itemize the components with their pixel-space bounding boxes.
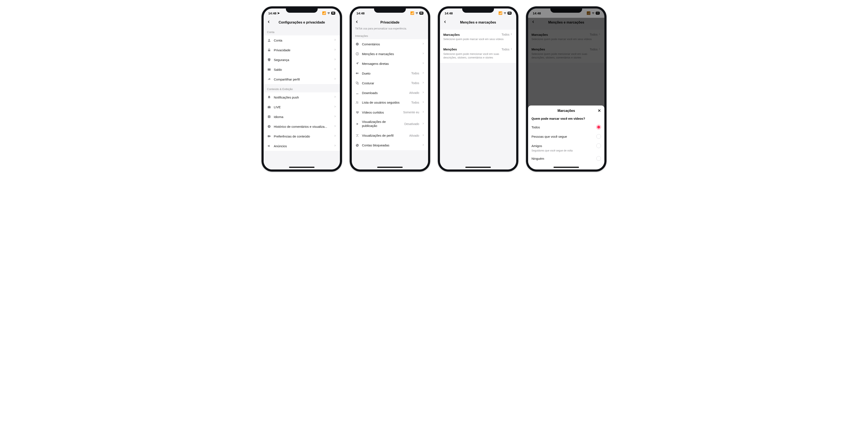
signal-icon: 📶 <box>410 11 414 15</box>
row-live[interactable]: LIVE <box>264 102 340 112</box>
row-label: Downloads <box>362 91 407 95</box>
phone-frame: 14:48 ➤ 📶 66 Configurações e privacidade… <box>261 6 342 172</box>
row-conta[interactable]: Conta <box>264 35 340 45</box>
bell-icon <box>267 95 271 99</box>
lock-icon <box>267 48 271 52</box>
sheet-option[interactable]: Ninguém <box>528 154 604 163</box>
video-icon <box>267 134 271 138</box>
back-button[interactable] <box>443 20 447 25</box>
row-compartilhar[interactable]: Compartilhar perfil <box>264 74 340 84</box>
row-interaction[interactable]: Visualizações de perfil Ativado <box>352 131 428 140</box>
wallet-icon <box>267 67 271 72</box>
radio-button[interactable] <box>596 143 601 148</box>
sheet-question: Quem pode marcar você em vídeos? <box>528 116 604 123</box>
row-interaction[interactable]: Vídeos curtidos Somente eu <box>352 107 428 117</box>
wifi-icon <box>327 11 330 15</box>
nav-header: Configurações e privacidade <box>264 18 340 27</box>
chevron-right-icon <box>334 105 337 109</box>
row-historico[interactable]: Histórico de comentários e visualiza... <box>264 122 340 131</box>
content[interactable]: Conta Conta Privacidade Segurança <box>264 27 340 169</box>
screen: 14:48 📶 66 Menções e marcações Marcações… <box>528 8 604 169</box>
home-indicator[interactable] <box>289 167 314 168</box>
back-button[interactable] <box>355 20 359 25</box>
row-interaction[interactable]: Visualizações de publicação Desativado <box>352 117 428 131</box>
row-idioma[interactable]: A Idioma <box>264 112 340 122</box>
setting-item[interactable]: Marcações Todos Selecione quem pode marc… <box>440 30 516 44</box>
row-value: Todos <box>411 72 419 75</box>
setting-item[interactable]: Menções Todos Selecione quem pode mencio… <box>440 44 516 63</box>
row-interaction[interactable]: Comentários <box>352 39 428 49</box>
chevron-right-icon <box>510 47 513 51</box>
row-interaction[interactable]: @ Menções e marcações <box>352 49 428 59</box>
radio-button[interactable] <box>596 156 601 161</box>
sheet-title: Marcações <box>558 109 575 113</box>
close-button[interactable] <box>597 108 601 114</box>
section-interactions: Comentários @ Menções e marcações Mensag… <box>352 39 428 150</box>
svg-point-0 <box>269 39 270 40</box>
battery-icon: 66 <box>507 12 512 14</box>
row-interaction[interactable]: Dueto Todos <box>352 68 428 78</box>
chevron-right-icon <box>334 38 337 42</box>
svg-point-21 <box>357 134 358 135</box>
row-icon: @ <box>355 52 360 56</box>
home-indicator[interactable] <box>377 167 403 168</box>
setting-value: Todos <box>502 48 509 51</box>
section-header-interactions: Interações <box>352 31 428 39</box>
back-button[interactable] <box>267 20 271 25</box>
svg-point-12 <box>358 44 358 44</box>
row-anuncios[interactable]: Anúncios <box>264 141 340 151</box>
settings-block: Marcações Todos Selecione quem pode marc… <box>440 30 516 63</box>
row-value: Desativado <box>404 122 419 126</box>
row-saldo[interactable]: Saldo <box>264 65 340 74</box>
chevron-right-icon <box>422 71 425 75</box>
row-preferencias[interactable]: Preferências de conteúdo <box>264 131 340 141</box>
row-interaction[interactable]: Contas bloqueadas <box>352 140 428 150</box>
notch <box>286 6 318 13</box>
row-label: Segurança <box>274 58 331 62</box>
row-icon <box>355 42 360 46</box>
sheet-option[interactable]: Todos <box>528 123 604 132</box>
radio-button[interactable] <box>596 125 601 129</box>
row-label: Idioma <box>274 115 331 119</box>
svg-rect-1 <box>268 50 270 52</box>
row-icon <box>355 81 360 85</box>
option-label: Ninguém <box>531 157 544 160</box>
screen: 14:48 📶 66 Menções e marcações Marcações… <box>440 8 516 169</box>
setting-title: Menções <box>443 47 457 51</box>
content[interactable]: Marcações Todos Selecione quem pode marc… <box>440 27 516 169</box>
chevron-right-icon <box>422 81 425 85</box>
notch <box>462 6 494 13</box>
row-interaction[interactable]: Downloads Ativado <box>352 88 428 98</box>
row-value: Todos <box>411 101 419 104</box>
row-label: Mensagens diretas <box>362 62 419 65</box>
row-label: Contas bloqueadas <box>362 143 419 147</box>
svg-point-19 <box>356 101 358 102</box>
row-privacidade[interactable]: Privacidade <box>264 45 340 55</box>
shield-icon <box>267 58 271 62</box>
chevron-right-icon <box>422 122 425 126</box>
row-interaction[interactable]: Mensagens diretas <box>352 59 428 68</box>
signal-icon: 📶 <box>498 11 502 15</box>
setting-description: Selecione quem pode marcar você em seus … <box>443 37 513 41</box>
row-interaction[interactable]: Costurar Todos <box>352 78 428 88</box>
content[interactable]: TikTok usa para personalizar sua experiê… <box>352 27 428 169</box>
row-interaction[interactable]: Lista de usuários seguidos Todos <box>352 98 428 107</box>
location-icon: ➤ <box>277 11 280 15</box>
row-notificacoes[interactable]: Notificações push <box>264 92 340 102</box>
share-icon <box>267 77 271 82</box>
svg-text:@: @ <box>356 53 358 55</box>
radio-button[interactable] <box>596 134 601 139</box>
status-time: 14:48 <box>444 11 453 15</box>
home-indicator[interactable] <box>465 167 491 168</box>
svg-rect-4 <box>268 106 271 108</box>
nav-title: Menções e marcações <box>460 21 496 24</box>
chevron-right-icon <box>334 48 337 52</box>
row-seguranca[interactable]: Segurança <box>264 55 340 65</box>
home-indicator[interactable] <box>554 167 579 168</box>
row-value: Todos <box>411 82 419 85</box>
svg-point-16 <box>357 72 359 74</box>
row-label: Saldo <box>274 68 331 71</box>
signal-icon: 📶 <box>322 11 326 15</box>
chevron-right-icon <box>334 115 337 119</box>
sheet-option[interactable]: Pessoas que você segue <box>528 132 604 141</box>
